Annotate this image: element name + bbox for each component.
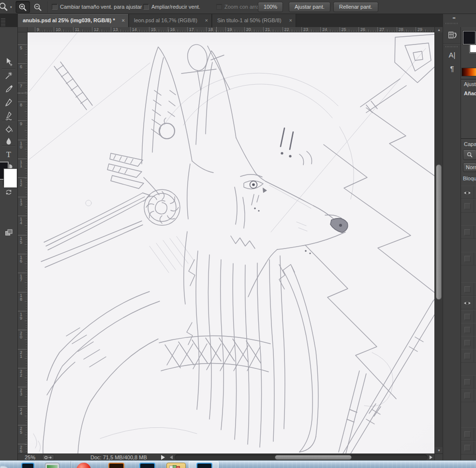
horizontal-scroll-thumb[interactable] bbox=[275, 455, 352, 460]
layer-checkbox[interactable] bbox=[464, 286, 471, 292]
ruler-corner[interactable] bbox=[18, 27, 28, 32]
ruler-tick-label: 13 bbox=[111, 27, 118, 32]
blend-mode-select[interactable]: Normal bbox=[463, 162, 476, 172]
folder-window-icon[interactable] bbox=[166, 463, 186, 468]
layer-checkbox[interactable] bbox=[464, 327, 471, 333]
layer-visibility-cell[interactable] bbox=[461, 389, 476, 402]
vertical-scrollbar[interactable]: ▲ ▼ bbox=[434, 27, 443, 453]
scroll-right-icon[interactable] bbox=[430, 455, 432, 459]
photoshop-pinned-icon[interactable]: Ps bbox=[21, 463, 34, 468]
background-color-swatch[interactable] bbox=[4, 169, 17, 188]
scroll-down-icon[interactable]: ▼ bbox=[435, 447, 443, 453]
scroll-up-icon[interactable]: ▲ bbox=[435, 27, 443, 32]
collapse-panels-icon[interactable]: ◂◂ bbox=[452, 16, 455, 20]
layer-checkbox[interactable] bbox=[464, 203, 471, 209]
ruler-tick-label: 9 bbox=[35, 27, 39, 32]
type-tool-icon[interactable]: T bbox=[3, 148, 15, 160]
ruler-tick-label: 18 bbox=[206, 27, 213, 32]
close-icon[interactable]: × bbox=[122, 14, 125, 27]
document-canvas[interactable] bbox=[28, 32, 434, 453]
zoom-all-windows-label: Ampliar/reducir vent. bbox=[151, 0, 200, 14]
layer-visibility-cell[interactable] bbox=[461, 282, 476, 296]
document-size-info[interactable]: Doc: 71,5 MB/400,8 MB bbox=[90, 454, 147, 461]
layer-visibility-cell[interactable] bbox=[461, 441, 476, 454]
layer-checkbox[interactable] bbox=[464, 256, 471, 262]
layer-checkbox[interactable] bbox=[464, 393, 471, 399]
swap-colors-tool-icon[interactable] bbox=[3, 186, 15, 198]
color-ramp[interactable] bbox=[461, 68, 476, 76]
layer-visibility-cell[interactable] bbox=[461, 252, 476, 265]
app-glimpse-icon[interactable] bbox=[0, 463, 8, 468]
ruler-tick-label: 2 3 bbox=[18, 387, 28, 396]
layer-visibility-cell[interactable] bbox=[461, 296, 476, 309]
ruler-tick-label: 5 bbox=[18, 44, 28, 50]
document-tab[interactable]: Sin título-1 al 50% (RGB/8)× bbox=[212, 14, 296, 27]
document-tab[interactable]: leon.psd al 16,7% (RGB/8)× bbox=[129, 14, 212, 27]
illustrator-app-icon[interactable]: Ai bbox=[108, 463, 124, 468]
layers-panel-title[interactable]: Capas bbox=[464, 141, 476, 147]
layers-search-button[interactable] bbox=[463, 149, 476, 160]
horizontal-ruler[interactable]: 9101112131415161718192021222324252627282… bbox=[28, 27, 434, 32]
paint-bucket-tool-icon[interactable] bbox=[3, 123, 15, 135]
adjustments-panel-title[interactable]: Ajustes bbox=[464, 81, 476, 87]
layer-visibility-cell[interactable] bbox=[461, 336, 476, 350]
foreground-color-swatch[interactable] bbox=[463, 31, 476, 44]
lock-label: Bloquear bbox=[463, 176, 476, 181]
layer-checkbox[interactable] bbox=[464, 229, 471, 235]
layer-checkbox[interactable] bbox=[464, 379, 471, 385]
eyedropper-tool-icon[interactable] bbox=[3, 83, 15, 95]
close-icon[interactable]: × bbox=[205, 14, 208, 27]
layer-checkbox[interactable] bbox=[464, 353, 471, 359]
fit-screen-button[interactable]: Ajustar pant. bbox=[289, 2, 330, 12]
zoom-level-field[interactable]: 25% bbox=[25, 454, 35, 461]
vertical-scroll-thumb[interactable] bbox=[436, 164, 442, 300]
cursor-position-marker bbox=[216, 27, 217, 32]
viewer-app-icon[interactable] bbox=[45, 463, 60, 468]
current-tool-icon[interactable] bbox=[0, 1, 10, 13]
vertical-ruler[interactable]: 567891 01 11 21 31 41 51 61 71 81 92 02 … bbox=[18, 32, 28, 453]
tool-dropdown-caret[interactable]: ▾ bbox=[10, 5, 12, 9]
zoom-all-windows-checkbox[interactable] bbox=[143, 4, 149, 10]
paragraph-panel-icon[interactable]: ¶ bbox=[443, 62, 461, 74]
layer-visibility-cell[interactable] bbox=[461, 310, 476, 323]
zoom-in-button[interactable] bbox=[15, 1, 30, 13]
layer-checkbox[interactable] bbox=[464, 445, 471, 451]
history-panel-icon[interactable] bbox=[443, 27, 461, 44]
taskbar-separator bbox=[71, 461, 72, 468]
layer-visibility-cell[interactable] bbox=[461, 427, 476, 441]
layer-visibility-cell[interactable] bbox=[461, 225, 476, 239]
eye-icon[interactable] bbox=[462, 298, 472, 308]
scroll-left-icon[interactable] bbox=[170, 455, 173, 459]
ruler-tick-label: 12 bbox=[92, 27, 99, 32]
layer-checkbox[interactable] bbox=[464, 431, 471, 438]
resize-windows-checkbox[interactable] bbox=[52, 4, 58, 10]
actual-pixels-button[interactable]: 100% bbox=[258, 2, 283, 12]
fill-screen-button[interactable]: Rellenar pant. bbox=[333, 2, 378, 12]
horizontal-scrollbar[interactable] bbox=[175, 454, 428, 460]
brush-tool-icon[interactable] bbox=[3, 97, 15, 108]
status-menu-icon[interactable] bbox=[42, 454, 54, 460]
eye-icon[interactable] bbox=[462, 188, 472, 198]
photoshop-app-icon[interactable]: Ps bbox=[139, 463, 155, 468]
photoshop-active-icon[interactable]: Ps bbox=[196, 463, 212, 468]
mixer-brush-tool-icon[interactable] bbox=[3, 110, 15, 122]
layer-visibility-cell[interactable] bbox=[461, 199, 476, 213]
document-tab[interactable]: anubis.psd al 25% (img039, RGB/8) *× bbox=[18, 14, 129, 27]
close-icon[interactable]: × bbox=[289, 14, 292, 27]
layer-visibility-cell[interactable] bbox=[461, 323, 476, 336]
magic-wand-tool-icon[interactable] bbox=[3, 70, 15, 81]
layer-checkbox[interactable] bbox=[464, 340, 471, 346]
zoom-out-button[interactable] bbox=[30, 1, 45, 13]
layer-visibility-cell[interactable] bbox=[461, 375, 476, 389]
status-popup-arrow-icon[interactable] bbox=[161, 455, 165, 460]
ruler-tick-label: 24 bbox=[320, 27, 327, 32]
ruler-tick-label: 26 bbox=[358, 27, 365, 32]
layer-checkbox[interactable] bbox=[464, 314, 471, 320]
character-panel-icon[interactable]: A| bbox=[443, 48, 461, 61]
adjustments-add-label: Añadir bbox=[464, 90, 476, 96]
layer-visibility-cell[interactable] bbox=[461, 186, 476, 199]
red-sphere-app-icon[interactable] bbox=[76, 463, 91, 468]
move-tool-icon[interactable] bbox=[3, 56, 15, 68]
screen-mode-tool-icon[interactable] bbox=[3, 227, 15, 238]
layer-visibility-cell[interactable] bbox=[461, 349, 476, 363]
